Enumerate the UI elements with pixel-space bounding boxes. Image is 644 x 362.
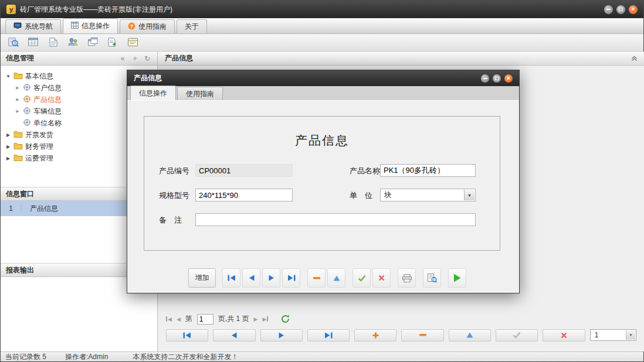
first-record-button[interactable] — [222, 268, 240, 288]
prev-record-button[interactable] — [242, 268, 260, 288]
refresh-grid-button[interactable] — [281, 315, 290, 323]
edit-record-button[interactable] — [449, 329, 491, 341]
query-button[interactable] — [5, 36, 21, 50]
expanded-arrow-icon[interactable]: ▼ — [5, 74, 11, 79]
record-navigator: 1 ▼ — [158, 327, 644, 343]
document-button[interactable] — [45, 36, 61, 50]
dialog-tabbar: 信息操作 使用指南 — [127, 86, 519, 101]
delete-record-button[interactable] — [401, 329, 443, 341]
dialog-titlebar[interactable]: 产品信息 × — [127, 70, 519, 86]
grid-icon — [71, 22, 79, 30]
tree-item-label: 基本信息 — [25, 71, 53, 81]
next-icon — [279, 332, 284, 339]
collapse-panel-button[interactable] — [631, 56, 638, 62]
remark-label: 备 注 — [159, 215, 182, 226]
page-number-input[interactable] — [197, 314, 213, 325]
product-code-field[interactable] — [195, 164, 293, 177]
tab-label: 使用指南 — [138, 22, 167, 32]
folder-icon — [13, 130, 23, 139]
remark-field[interactable] — [195, 213, 476, 226]
cancel-button[interactable] — [543, 329, 585, 341]
help-icon: ? — [128, 22, 135, 32]
table-icon — [28, 37, 38, 48]
report-icon — [128, 38, 138, 48]
run-button[interactable] — [448, 268, 466, 288]
cancel-button[interactable] — [372, 268, 391, 288]
refresh-icon[interactable]: ↻ — [143, 54, 152, 63]
collapse-sidebar-icon[interactable]: « — [118, 54, 127, 63]
tab-user-guide[interactable]: ? 使用指南 — [120, 19, 175, 33]
product-name-field[interactable] — [380, 164, 476, 177]
tree-item-label: 产品信息 — [33, 95, 62, 105]
minimize-button[interactable] — [604, 5, 613, 14]
collapsed-arrow-icon[interactable]: ▶ — [15, 109, 21, 114]
prev-arrow-icon: ◀ — [177, 316, 181, 322]
maximize-button[interactable] — [616, 5, 625, 14]
report-button[interactable] — [125, 36, 141, 50]
wheel-icon — [23, 107, 31, 117]
first-record-button[interactable] — [166, 329, 208, 341]
tree-item-label: 开票发货 — [25, 130, 53, 140]
product-info-dialog: 产品信息 × 信息操作 使用指南 产品信息 产品编号 产品名称 规格型号 单 位 — [127, 70, 520, 293]
windows-button[interactable] — [85, 36, 101, 50]
prev-page-button[interactable]: ◀ — [177, 316, 181, 322]
close-button[interactable]: × — [629, 5, 638, 14]
tab-about[interactable]: 关于 — [177, 19, 207, 33]
next-arrow-icon: ▶ — [254, 316, 258, 322]
prev-record-button[interactable] — [213, 329, 255, 341]
chevron-up-icon — [631, 56, 638, 62]
dialog-tab-info-operations[interactable]: 信息操作 — [130, 86, 176, 100]
confirm-button[interactable] — [352, 268, 371, 288]
tab-system-nav[interactable]: 系统导航 — [5, 19, 61, 33]
collapsed-arrow-icon[interactable]: ▶ — [5, 144, 11, 149]
app-window: y 砖厂管理系统专业版——卖砖开票版(非注册用户) × 系统导航 信息操作 ? … — [0, 0, 644, 362]
table-view-button[interactable] — [25, 36, 41, 50]
record-count-combobox[interactable]: 1 ▼ — [590, 329, 636, 341]
minimize-icon — [606, 9, 611, 10]
unit-label: 单 位 — [350, 190, 372, 201]
collapsed-arrow-icon[interactable]: ▶ — [15, 86, 21, 90]
first-icon — [228, 275, 236, 281]
last-record-button[interactable] — [307, 329, 350, 341]
edit-record-button[interactable] — [327, 268, 345, 288]
first-page-button[interactable]: ◀ — [166, 316, 172, 322]
dialog-tab-user-guide[interactable]: 使用指南 — [177, 87, 223, 100]
confirm-button[interactable] — [496, 329, 538, 341]
collapsed-arrow-icon[interactable]: ▶ — [5, 156, 11, 161]
preview-button[interactable] — [423, 268, 441, 288]
info-management-header: 信息管理 « + ↻ — [1, 52, 157, 66]
spec-field[interactable] — [195, 189, 293, 202]
first-icon — [183, 332, 191, 339]
up-triangle-icon — [466, 332, 473, 338]
row-number: 1 — [1, 204, 22, 213]
tab-info-operations[interactable]: 信息操作 — [63, 18, 118, 33]
last-page-button[interactable]: ▶ — [262, 316, 268, 322]
x-icon — [378, 275, 385, 281]
collapsed-arrow-icon[interactable]: ▶ — [5, 132, 11, 138]
sidebar-tools: « + ↻ — [118, 54, 152, 63]
product-form-groupbox: 产品信息 产品编号 产品名称 规格型号 单 位 块 ▼ 备 注 — [144, 116, 500, 251]
next-record-button[interactable] — [260, 329, 303, 341]
monitor-icon — [13, 22, 22, 31]
add-button[interactable]: 增加 — [188, 268, 216, 288]
collapsed-arrow-icon[interactable]: ▶ — [15, 97, 21, 102]
wheel-icon — [23, 95, 31, 105]
row-label: 产品信息 — [22, 204, 58, 214]
next-page-button[interactable]: ▶ — [254, 316, 258, 322]
delete-record-button[interactable] — [307, 268, 326, 288]
unit-combobox[interactable]: 块 ▼ — [380, 189, 476, 202]
add-record-button[interactable] — [354, 329, 396, 341]
dialog-minimize-button[interactable] — [481, 74, 489, 83]
export-button[interactable] — [105, 36, 121, 50]
add-icon[interactable]: + — [130, 54, 140, 63]
dialog-close-button[interactable]: × — [504, 74, 513, 83]
wheel-icon — [23, 118, 31, 128]
user-settings-button[interactable] — [65, 36, 81, 50]
section-title: 信息管理 — [6, 53, 34, 63]
tree-item-label: 客户信息 — [33, 83, 62, 93]
last-record-button[interactable] — [282, 268, 300, 288]
dialog-maximize-button[interactable] — [493, 74, 501, 83]
users-icon — [68, 37, 78, 48]
next-record-button[interactable] — [262, 268, 280, 288]
print-button[interactable] — [398, 268, 416, 288]
